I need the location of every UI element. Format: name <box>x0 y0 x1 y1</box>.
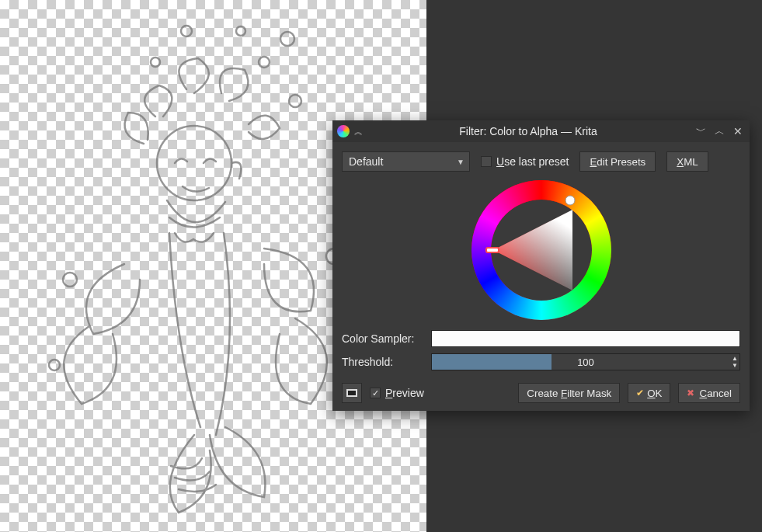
color-sampler-row: Color Sampler: <box>342 330 740 347</box>
preview-label: Preview <box>385 387 424 399</box>
preset-dropdown-value: Default <box>349 155 383 168</box>
svg-point-0 <box>157 126 231 200</box>
spin-up-icon: ▲ <box>731 355 739 362</box>
cancel-label: Cancel <box>699 388 732 399</box>
threshold-slider[interactable]: 100 ▲▼ <box>431 353 740 370</box>
mask-preview-toggle[interactable] <box>342 383 362 403</box>
shade-icon[interactable]: ︽ <box>354 126 363 137</box>
mask-preview-icon <box>346 389 357 397</box>
spin-down-icon: ▼ <box>731 362 739 369</box>
minimize-icon[interactable]: ﹀ <box>694 124 708 138</box>
ok-button[interactable]: ✔ OK <box>628 383 670 403</box>
color-sampler-field[interactable] <box>431 330 740 347</box>
close-icon[interactable]: ✕ <box>731 125 745 137</box>
color-sampler-label: Color Sampler: <box>342 332 423 345</box>
preset-toolbar: Default ▼ Use last preset Edit Presets X… <box>342 151 740 172</box>
ok-label: OK <box>647 388 662 399</box>
threshold-row: Threshold: 100 ▲▼ <box>342 353 740 370</box>
svg-point-4 <box>289 95 301 107</box>
svg-point-3 <box>236 26 245 36</box>
preview-checkbox[interactable]: ✓ Preview <box>370 387 424 399</box>
checkbox-icon <box>481 156 492 167</box>
use-last-preset-label: Use last preset <box>496 155 569 168</box>
preset-dropdown[interactable]: Default ▼ <box>342 151 470 172</box>
color-wheel-picker[interactable] <box>342 179 740 321</box>
checkbox-checked-icon: ✓ <box>370 388 381 398</box>
cancel-icon: ✖ <box>687 388 694 398</box>
svg-point-6 <box>151 57 160 67</box>
dialog-title: Filter: Color to Alpha — Krita <box>367 125 689 137</box>
ring-handle[interactable] <box>565 196 575 205</box>
threshold-spin[interactable]: ▲▼ <box>731 355 739 369</box>
svg-point-5 <box>181 26 192 37</box>
dialog-footer: ✓ Preview Create Filter Mask ✔ OK ✖ Canc… <box>342 383 740 403</box>
threshold-label: Threshold: <box>342 356 423 368</box>
maximize-icon[interactable]: ︿ <box>712 124 726 138</box>
edit-presets-button[interactable]: Edit Presets <box>579 151 656 172</box>
svg-point-9 <box>49 360 60 370</box>
create-filter-mask-button[interactable]: Create Filter Mask <box>518 383 620 403</box>
svg-point-8 <box>63 273 77 287</box>
edit-presets-label: Edit Presets <box>590 156 645 168</box>
create-filter-mask-label: Create Filter Mask <box>527 388 611 399</box>
cancel-button[interactable]: ✖ Cancel <box>678 383 740 403</box>
filter-dialog: ︽ Filter: Color to Alpha — Krita ﹀ ︿ ✕ D… <box>332 120 750 411</box>
krita-app-icon <box>337 125 350 137</box>
triangle-handle[interactable] <box>486 248 499 252</box>
color-wheel-svg <box>471 179 612 321</box>
dialog-body: Default ▼ Use last preset Edit Presets X… <box>332 142 750 411</box>
xml-button[interactable]: XML <box>666 151 708 172</box>
ok-icon: ✔ <box>636 388 644 398</box>
titlebar[interactable]: ︽ Filter: Color to Alpha — Krita ﹀ ︿ ✕ <box>332 120 750 142</box>
use-last-preset-checkbox[interactable]: Use last preset <box>481 155 569 168</box>
xml-label: XML <box>677 156 698 168</box>
threshold-value: 100 <box>432 356 739 368</box>
svg-point-1 <box>259 57 270 68</box>
svg-point-2 <box>280 32 294 46</box>
chevron-down-icon: ▼ <box>457 158 465 166</box>
